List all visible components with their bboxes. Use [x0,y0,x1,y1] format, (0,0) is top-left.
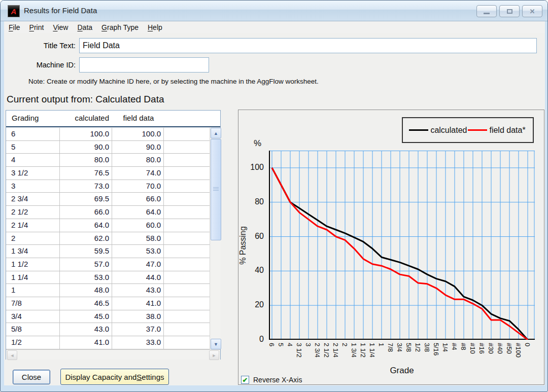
table-row[interactable]: 6100.0100.0 [6,128,210,141]
table-row[interactable]: 373.070.0 [6,180,210,193]
column-separator [163,336,164,349]
column-separator [59,180,60,193]
table-cell: 100.0 [112,129,161,138]
menu-data[interactable]: Data [73,22,97,32]
table-row[interactable]: 3/445.038.0 [6,310,210,324]
x-tick-label: 4 [286,343,294,346]
column-separator [112,128,112,140]
table-row[interactable]: 1/241.033.0 [6,336,210,349]
table-row[interactable]: 2 3/469.566.0 [6,193,210,206]
scroll-left-button[interactable]: ◄ [7,350,17,360]
column-separator [112,245,112,258]
maximize-icon [507,9,512,14]
maximize-button[interactable] [499,5,520,17]
x-tick-label: 1/4 [441,343,449,352]
column-separator [112,258,112,271]
table-row[interactable]: 1 3/459.553.0 [6,245,210,258]
table-cell: 45.0 [59,312,109,320]
table-horizontal-scrollbar[interactable]: ◄ ► [6,349,220,360]
scroll-grip-icon [213,187,219,192]
table-row[interactable]: 2 1/464.060.0 [6,219,210,232]
table-cell: 44.0 [112,273,161,281]
menu-view[interactable]: View [48,22,73,32]
x-tick-label: #16 [478,343,486,354]
menu-graph-type[interactable]: Graph Type [97,22,143,32]
scroll-up-button[interactable]: ▲ [211,128,221,138]
column-separator [112,271,112,284]
table-row[interactable]: 3 1/276.574.0 [6,167,210,180]
column-separator [59,258,60,271]
table-row[interactable]: 590.090.0 [6,141,210,154]
x-tick-label: 1 3/4 [350,343,358,358]
table-row[interactable]: 2 1/266.064.0 [6,206,210,219]
minimize-button[interactable] [476,5,497,17]
column-separator [112,232,112,245]
arrow-down-icon: ▼ [214,342,218,347]
x-tick-label: 1 1/4 [368,343,376,358]
column-separator [59,323,60,336]
x-tick-label: #8 [460,343,467,350]
table-cell: 53.0 [112,246,161,255]
column-separator [59,310,60,323]
menu-file[interactable]: File [4,22,25,32]
x-axis-title: Grade [361,366,442,376]
menu-print[interactable]: Print [25,22,49,32]
table-row[interactable]: 480.080.0 [6,154,210,167]
display-capacity-button[interactable]: Display Capacity and Settings [60,369,169,385]
column-header-grading[interactable]: Grading [12,114,39,122]
column-separator [163,271,164,284]
machine-id-input[interactable] [79,57,209,73]
table-row[interactable]: 1 1/453.044.0 [6,271,210,284]
table-cell: 43.0 [112,286,161,294]
x-tick-label: #50 [505,343,513,354]
title-text-input[interactable] [79,38,537,53]
reverse-x-axis-checkbox[interactable]: ✔ [241,376,249,384]
table-cell: 1 3/4 [11,246,28,255]
column-separator [112,206,112,219]
table-cell: 1 1/4 [11,273,28,281]
table-cell: 2 [11,234,15,242]
table-row[interactable]: 7/846.541.0 [6,297,210,310]
table-cell: 2 3/4 [11,194,28,203]
vertical-scroll-thumb[interactable] [211,139,221,240]
table-cell: 6 [11,129,15,138]
reverse-x-axis-label: Reverse X-Axis [253,376,302,384]
scroll-right-button[interactable]: ► [209,350,219,360]
table-vertical-scrollbar[interactable]: ▲ ▼ [210,128,221,349]
table-row[interactable]: 1 1/257.047.0 [6,258,210,271]
title-bar[interactable]: A Results for Field Data ✕ [1,1,547,21]
close-button[interactable]: Close [13,370,50,384]
table-cell: 3 1/2 [11,168,28,177]
chart-panel: calculated field data* % % Passing 02040… [238,110,544,385]
table-row[interactable]: 262.058.0 [6,232,210,245]
table-cell: 69.5 [59,194,109,203]
x-tick-label: 6 [268,343,276,346]
app-icon: A [8,5,20,17]
column-header-calculated[interactable]: calculated [59,114,109,122]
y-tick-label: 80 [239,197,264,206]
table-cell: 47.0 [112,260,161,268]
close-icon: ✕ [530,8,535,15]
column-separator [59,245,60,258]
column-separator [59,336,60,349]
scroll-down-button[interactable]: ▼ [211,339,221,349]
menu-help[interactable]: Help [143,22,167,32]
x-tick-label: 2 1/2 [323,343,330,358]
column-separator [112,193,112,205]
chart-legend: calculated field data* [402,117,534,143]
arrow-up-icon: ▲ [214,131,218,136]
table-cell: 38.0 [112,312,161,320]
table-row[interactable]: 5/843.037.0 [6,323,210,336]
close-window-button[interactable]: ✕ [522,5,542,17]
table-row[interactable]: 148.043.0 [6,284,210,297]
column-separator [59,271,60,284]
dialog-window: A Results for Field Data ✕ FilePrintView… [0,0,548,392]
grading-table: Grading calculated field data 6100.0100.… [6,110,221,360]
column-separator [59,297,60,310]
column-header-field-data[interactable]: field data [117,114,160,122]
x-tick-label: 3/4 [396,343,403,352]
legend-label-calculated: calculated [430,126,467,135]
table-cell: 76.5 [59,168,109,177]
x-tick-label: 5/16 [432,343,440,355]
x-tick-label: 1 [378,343,385,346]
